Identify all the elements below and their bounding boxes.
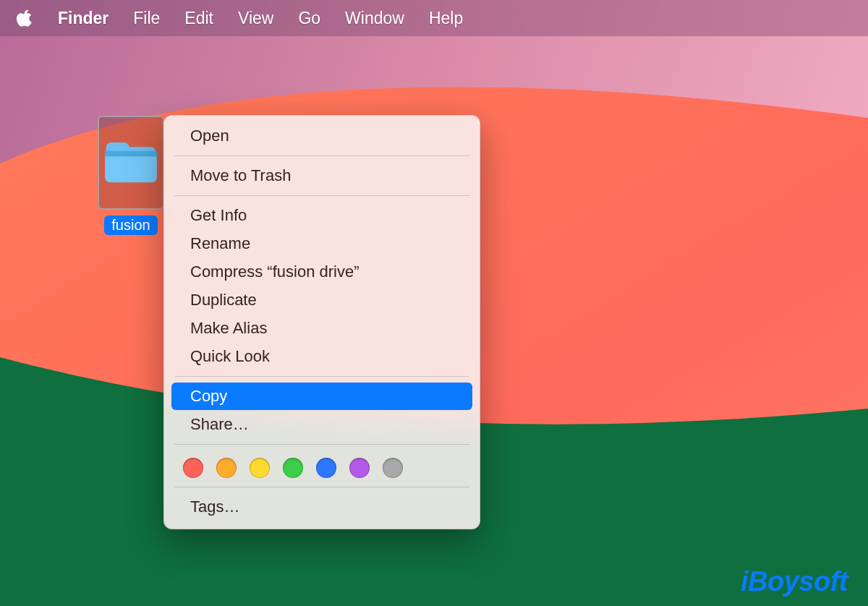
menubar-item-help[interactable]: Help <box>429 9 463 28</box>
ctx-tags[interactable]: Tags… <box>171 493 472 521</box>
tag-green-icon[interactable] <box>283 458 303 478</box>
tag-purple-icon[interactable] <box>349 458 370 478</box>
menubar-item-go[interactable]: Go <box>298 9 320 28</box>
menubar: Finder File Edit View Go Window Help <box>0 0 868 36</box>
context-menu: Open Move to Trash Get Info Rename Compr… <box>163 115 480 529</box>
ctx-get-info[interactable]: Get Info <box>171 202 472 229</box>
ctx-copy[interactable]: Copy <box>171 383 472 410</box>
menubar-app-name[interactable]: Finder <box>58 9 109 28</box>
watermark-text: iBoysoft <box>741 566 848 597</box>
menubar-item-file[interactable]: File <box>133 9 160 28</box>
apple-logo-icon[interactable] <box>16 8 33 28</box>
folder-icon <box>98 116 164 210</box>
ctx-separator <box>174 487 469 487</box>
ctx-separator <box>174 376 469 377</box>
menubar-item-window[interactable]: Window <box>345 9 404 28</box>
ctx-tag-row <box>164 451 480 481</box>
tag-red-icon[interactable] <box>183 458 203 478</box>
ctx-compress[interactable]: Compress “fusion drive” <box>171 258 472 286</box>
tag-yellow-icon[interactable] <box>250 458 270 478</box>
tag-blue-icon[interactable] <box>316 458 336 478</box>
ctx-separator <box>174 155 469 156</box>
desktop-folder[interactable]: fusion <box>98 116 164 238</box>
ctx-rename[interactable]: Rename <box>171 230 472 257</box>
watermark: iBoysoft <box>741 566 848 597</box>
desktop: Finder File Edit View Go Window Help fus… <box>0 0 868 606</box>
folder-label: fusion <box>104 215 157 235</box>
svg-rect-2 <box>105 151 157 157</box>
tag-gray-icon[interactable] <box>383 458 403 478</box>
menubar-item-edit[interactable]: Edit <box>184 9 213 28</box>
ctx-open[interactable]: Open <box>171 122 472 150</box>
ctx-quick-look[interactable]: Quick Look <box>171 343 472 370</box>
ctx-make-alias[interactable]: Make Alias <box>171 315 472 342</box>
ctx-separator <box>174 444 469 445</box>
tag-orange-icon[interactable] <box>216 458 237 478</box>
ctx-move-to-trash[interactable]: Move to Trash <box>171 162 472 189</box>
menubar-item-view[interactable]: View <box>238 9 273 28</box>
ctx-duplicate[interactable]: Duplicate <box>171 286 472 314</box>
ctx-share[interactable]: Share… <box>171 411 472 438</box>
ctx-separator <box>174 195 469 196</box>
